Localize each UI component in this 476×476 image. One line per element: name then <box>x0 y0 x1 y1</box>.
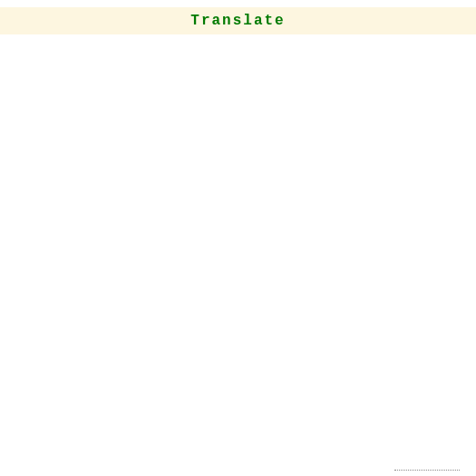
page-title: Translate <box>190 13 285 29</box>
header-bar: Translate <box>0 7 476 34</box>
footer-divider <box>394 470 460 471</box>
